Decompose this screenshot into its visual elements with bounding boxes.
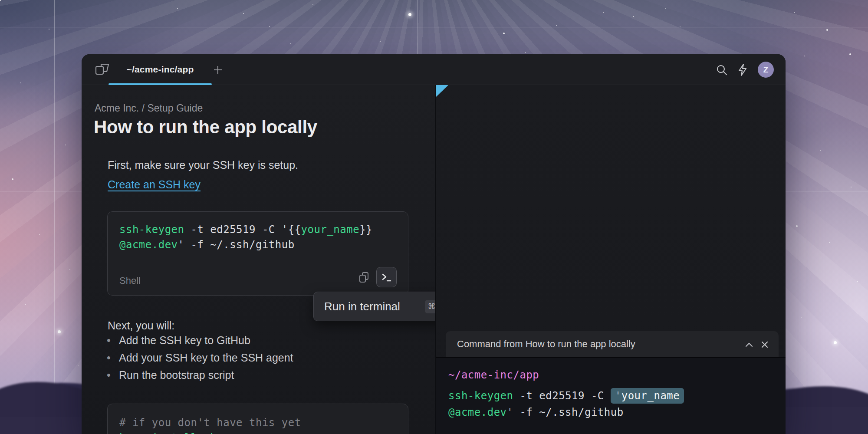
- star: [834, 341, 837, 344]
- star: [408, 13, 411, 16]
- user-avatar[interactable]: Z: [758, 62, 774, 78]
- command-banner: Command from How to run the app locally: [446, 331, 779, 357]
- search-icon: [716, 64, 728, 76]
- tab-acme-inc-app[interactable]: ~/acme-inc/app: [108, 54, 212, 85]
- new-tab-button[interactable]: [210, 62, 226, 78]
- close-button[interactable]: [760, 340, 769, 349]
- terminal-prompt-icon: [381, 273, 392, 282]
- run-in-terminal-button[interactable]: [376, 267, 397, 287]
- star: [58, 330, 61, 333]
- avatar-letter: Z: [763, 65, 769, 75]
- terminal-output[interactable]: ~/acme-inc/app ssh-keygen -t ed25519 -C …: [436, 357, 786, 434]
- list-item: Add the SSH key to GitHub: [107, 332, 293, 349]
- tooltip-label: Run in terminal: [324, 300, 425, 313]
- grid-line-horizontal: [0, 27, 868, 27]
- list-item: Run the bootstrap script: [107, 366, 293, 384]
- app-window: ~/acme-inc/app: [82, 54, 786, 434]
- lightning-bolt-icon: [736, 63, 749, 76]
- intro-paragraph: First, make sure your SSH key is setup.: [108, 159, 298, 171]
- copy-icon: [358, 271, 370, 283]
- command-line: @acme.dev' -f ~/.ssh/github: [448, 406, 624, 418]
- language-label: Shell: [119, 275, 141, 286]
- bullet-list: Add the SSH key to GitHub Add your SSH k…: [107, 332, 293, 384]
- tab-bar: ~/acme-inc/app: [82, 54, 786, 85]
- plus-icon: [213, 65, 223, 75]
- ground-left: [0, 417, 82, 434]
- collapse-button[interactable]: [744, 340, 754, 349]
- code-line: @acme.dev' -f ~/.ssh/github: [119, 239, 295, 251]
- tab-title: ~/acme-inc/app: [108, 54, 212, 85]
- search-button[interactable]: [714, 62, 729, 77]
- copy-button[interactable]: [358, 271, 371, 284]
- grid-line-vertical: [814, 0, 814, 434]
- command-banner-title: Command from How to run the app locally: [457, 331, 635, 357]
- code-line: # if you don't have this yet: [119, 417, 301, 429]
- stars: [0, 0, 1, 1]
- code-block-ssh-keygen: ssh-keygen -t ed25519 -C '{{your_name}} …: [107, 211, 408, 296]
- run-in-terminal-tooltip: Run in terminal ⌘ ↩: [313, 292, 435, 321]
- grid-line-vertical: [54, 0, 55, 434]
- command-line: ssh-keygen -t ed25519 -C 'your_name: [448, 390, 684, 402]
- page-title: How to run the app locally: [94, 117, 317, 138]
- ai-command-button[interactable]: [735, 62, 750, 77]
- code-block-bootstrap: # if you don't have this yet brew instal…: [107, 404, 408, 434]
- panes-container: Acme Inc. / Setup Guide How to run the a…: [82, 85, 786, 434]
- code-line: brew install gh: [119, 432, 217, 434]
- document-pane: Acme Inc. / Setup Guide How to run the a…: [82, 85, 435, 434]
- close-icon: [761, 341, 768, 348]
- next-heading: Next, you will:: [108, 319, 174, 332]
- code-line: ssh-keygen -t ed25519 -C '{{your_name}}: [119, 224, 372, 236]
- terminal-pane: Command from How to run the app locally: [436, 85, 786, 434]
- list-item: Add your SSH key to the SSH agent: [107, 349, 293, 366]
- cwd-line: ~/acme-inc/app: [448, 369, 539, 381]
- command-key: ⌘: [425, 300, 435, 313]
- active-pane-corner-marker: [436, 85, 448, 97]
- breadcrumb: Acme Inc. / Setup Guide: [95, 102, 203, 114]
- create-ssh-key-link[interactable]: Create an SSH key: [108, 178, 201, 191]
- ground-right: [786, 407, 868, 434]
- chevron-up-icon: [745, 342, 753, 347]
